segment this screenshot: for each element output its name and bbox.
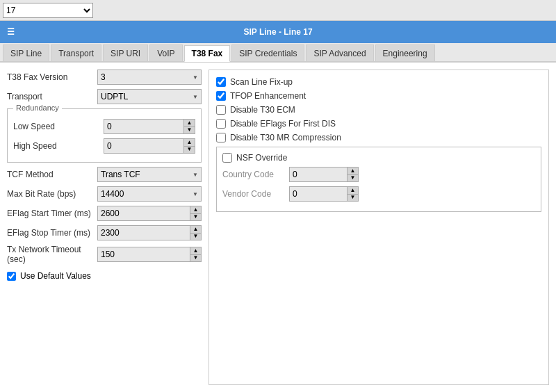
tcf-method-label: TCF Method xyxy=(7,170,97,179)
eflag-start-field[interactable] xyxy=(98,209,190,218)
country-code-spinner: ▲ ▼ xyxy=(347,168,358,181)
low-speed-down[interactable]: ▼ xyxy=(184,127,195,134)
tfop-enhancement-checkbox[interactable] xyxy=(216,91,226,101)
low-speed-up[interactable]: ▲ xyxy=(184,120,195,127)
transport-label: Transport xyxy=(7,92,97,101)
high-speed-down[interactable]: ▼ xyxy=(184,147,195,154)
eflag-stop-field[interactable] xyxy=(98,228,190,238)
menu-icon[interactable]: ☰ xyxy=(7,27,15,37)
t38-fax-version-select[interactable]: 3 xyxy=(98,72,201,82)
tx-network-field[interactable] xyxy=(98,250,190,259)
transport-select[interactable]: UDPTL TCP UDP xyxy=(98,92,201,101)
country-code-field[interactable] xyxy=(290,170,347,179)
scan-line-checkbox[interactable] xyxy=(216,77,226,87)
nsf-group: NSF Override Country Code ▲ ▼ Vendor Cod… xyxy=(216,147,541,212)
eflag-stop-label: EFlag Stop Timer (ms) xyxy=(7,228,97,238)
high-speed-spinner: ▲ ▼ xyxy=(183,139,195,153)
page-title: SIP Line - Line 17 xyxy=(243,27,312,37)
tcf-method-row: TCF Method Trans TCF Local TCF xyxy=(7,167,202,182)
right-panel: Scan Line Fix-up TFOP Enhancement Disabl… xyxy=(208,70,549,385)
vendor-code-up[interactable]: ▲ xyxy=(348,187,358,195)
low-speed-spinner: ▲ ▼ xyxy=(183,120,195,133)
tx-network-spinner: ▲ ▼ xyxy=(190,247,201,261)
tab-t38-fax[interactable]: T38 Fax xyxy=(184,45,231,62)
tab-engineering[interactable]: Engineering xyxy=(375,44,435,61)
content-area: T38 Fax Version 3 Transport UDPTL TCP UD… xyxy=(0,63,556,392)
eflag-start-row: EFlag Start Timer (ms) ▲ ▼ xyxy=(7,206,202,221)
tab-sip-advanced[interactable]: SIP Advanced xyxy=(306,44,373,61)
tcf-method-input[interactable]: Trans TCF Local TCF xyxy=(97,167,202,182)
t38-fax-version-row: T38 Fax Version 3 xyxy=(7,70,202,85)
high-speed-input[interactable]: ▲ ▼ xyxy=(104,138,195,154)
low-speed-input[interactable]: ▲ ▼ xyxy=(104,119,195,134)
nsf-override-row: NSF Override xyxy=(222,153,535,163)
eflag-start-down[interactable]: ▼ xyxy=(190,214,201,221)
tx-network-up[interactable]: ▲ xyxy=(190,247,201,255)
disable-eflags-label: Disable EFlags For First DIS xyxy=(230,119,336,129)
tx-network-input[interactable]: ▲ ▼ xyxy=(97,247,202,262)
country-code-input[interactable]: ▲ ▼ xyxy=(289,167,359,182)
tx-network-label: Tx Network Timeout (sec) xyxy=(7,245,97,264)
high-speed-up[interactable]: ▲ xyxy=(184,139,195,147)
tab-voip[interactable]: VoIP xyxy=(149,44,182,61)
tab-sip-uri[interactable]: SIP URI xyxy=(103,44,148,61)
title-bar: ☰ SIP Line - Line 17 xyxy=(0,21,556,43)
disable-t30-mr-row: Disable T30 MR Compression xyxy=(216,133,541,142)
disable-t30-ecm-checkbox[interactable] xyxy=(216,105,226,115)
nsf-override-checkbox[interactable] xyxy=(222,153,232,163)
eflag-start-input[interactable]: ▲ ▼ xyxy=(97,206,202,221)
transport-row: Transport UDPTL TCP UDP xyxy=(7,89,202,104)
max-bit-rate-label: Max Bit Rate (bps) xyxy=(7,189,97,199)
eflag-stop-up[interactable]: ▲ xyxy=(190,226,201,234)
vendor-code-spinner: ▲ ▼ xyxy=(347,187,358,201)
tcf-method-select[interactable]: Trans TCF Local TCF xyxy=(98,170,201,179)
tab-transport[interactable]: Transport xyxy=(51,44,101,61)
tx-network-down[interactable]: ▼ xyxy=(190,255,201,262)
scan-line-row: Scan Line Fix-up xyxy=(216,77,541,87)
country-code-up[interactable]: ▲ xyxy=(348,168,358,175)
t38-fax-version-label: T38 Fax Version xyxy=(7,72,97,82)
vendor-code-label: Vendor Code xyxy=(222,189,285,199)
eflag-stop-row: EFlag Stop Timer (ms) ▲ ▼ xyxy=(7,225,202,240)
eflag-start-label: EFlag Start Timer (ms) xyxy=(7,209,97,218)
vendor-code-down[interactable]: ▼ xyxy=(348,195,358,202)
country-code-down[interactable]: ▼ xyxy=(348,175,358,182)
tx-network-row: Tx Network Timeout (sec) ▲ ▼ xyxy=(7,245,202,264)
high-speed-field[interactable] xyxy=(104,141,183,151)
vendor-code-input[interactable]: ▲ ▼ xyxy=(289,186,359,202)
vendor-code-row: Vendor Code ▲ ▼ xyxy=(222,186,535,202)
max-bit-rate-row: Max Bit Rate (bps) 14400 xyxy=(7,186,202,202)
redundancy-title: Redundancy xyxy=(13,104,62,112)
high-speed-label: High Speed xyxy=(13,141,104,151)
eflag-start-spinner: ▲ ▼ xyxy=(190,206,201,220)
use-defaults-label: Use Default Values xyxy=(20,271,91,281)
eflag-stop-down[interactable]: ▼ xyxy=(190,234,201,240)
use-defaults-checkbox[interactable] xyxy=(7,272,16,281)
max-bit-rate-input[interactable]: 14400 xyxy=(97,186,202,202)
nsf-override-label: NSF Override xyxy=(236,153,287,163)
disable-eflags-row: Disable EFlags For First DIS xyxy=(216,119,541,129)
eflag-stop-input[interactable]: ▲ ▼ xyxy=(97,225,202,240)
eflag-start-up[interactable]: ▲ xyxy=(190,206,201,214)
country-code-label: Country Code xyxy=(222,170,285,179)
eflag-stop-spinner: ▲ ▼ xyxy=(190,226,201,240)
tfop-enhancement-label: TFOP Enhancement xyxy=(230,91,306,101)
max-bit-rate-select[interactable]: 14400 xyxy=(98,189,201,199)
low-speed-label: Low Speed xyxy=(13,122,104,131)
vendor-code-field[interactable] xyxy=(290,189,347,199)
tab-sip-credentials[interactable]: SIP Credentials xyxy=(231,44,304,61)
redundancy-group: Redundancy Low Speed ▲ ▼ High Speed xyxy=(7,108,202,163)
disable-t30-mr-checkbox[interactable] xyxy=(216,133,226,142)
tfop-enhancement-row: TFOP Enhancement xyxy=(216,91,541,101)
t38-fax-version-input[interactable]: 3 xyxy=(97,70,202,85)
low-speed-field[interactable] xyxy=(104,122,183,131)
disable-t30-ecm-row: Disable T30 ECM xyxy=(216,105,541,115)
country-code-row: Country Code ▲ ▼ xyxy=(222,167,535,182)
line-dropdown[interactable]: 17 xyxy=(3,3,93,18)
low-speed-row: Low Speed ▲ ▼ xyxy=(13,119,195,134)
tab-sip-line[interactable]: SIP Line xyxy=(3,44,49,61)
transport-input[interactable]: UDPTL TCP UDP xyxy=(97,89,202,104)
use-defaults-row: Use Default Values xyxy=(7,271,202,281)
disable-t30-ecm-label: Disable T30 ECM xyxy=(230,105,295,115)
disable-eflags-checkbox[interactable] xyxy=(216,119,226,129)
